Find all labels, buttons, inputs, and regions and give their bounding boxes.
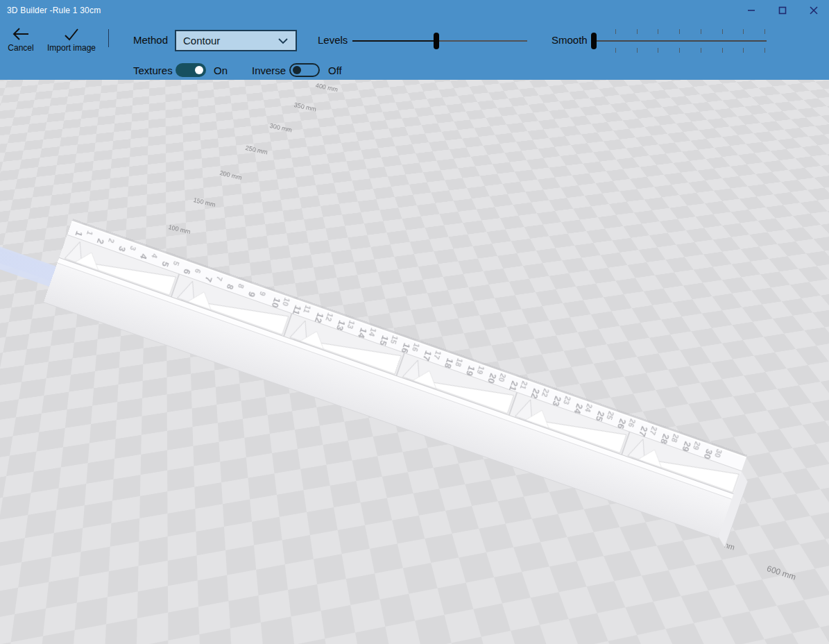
smooth-tick bbox=[658, 48, 658, 53]
import-image-button[interactable]: Import image bbox=[43, 26, 100, 53]
ruler-number: 24 bbox=[583, 402, 593, 413]
ruler-number: 20 bbox=[497, 372, 506, 382]
ruler-number: 23 bbox=[561, 395, 571, 405]
smooth-tick bbox=[658, 29, 658, 34]
toolbar: Cancel Import image Method Contour Level… bbox=[0, 21, 829, 80]
close-icon bbox=[810, 6, 818, 15]
ruler-number: 15 bbox=[388, 334, 398, 345]
ruler-number: 3 bbox=[128, 245, 137, 251]
method-dropdown[interactable]: Contour bbox=[175, 30, 297, 51]
ruler-number: 12 bbox=[324, 312, 334, 322]
ruler-number: 30 bbox=[713, 448, 723, 458]
ruler-number: 1 bbox=[74, 230, 85, 237]
inverse-state: Off bbox=[328, 65, 342, 76]
ruler-number: 7 bbox=[214, 275, 223, 281]
ruler-number: 3 bbox=[117, 245, 128, 253]
ruler-number: 18 bbox=[454, 357, 463, 367]
minimize-icon bbox=[747, 6, 755, 15]
levels-track-empty[interactable] bbox=[436, 40, 527, 42]
smooth-slider[interactable] bbox=[591, 21, 767, 61]
smooth-tick bbox=[679, 48, 680, 53]
chevron-down-icon bbox=[277, 37, 289, 44]
smooth-tick bbox=[637, 48, 638, 53]
ruler-number: 7 bbox=[203, 276, 214, 283]
smooth-slider-thumb[interactable] bbox=[591, 33, 597, 49]
maximize-icon bbox=[778, 6, 787, 15]
checkmark-icon bbox=[63, 26, 80, 42]
ruler-number: 8 bbox=[225, 283, 236, 291]
smooth-label: Smooth bbox=[552, 34, 588, 46]
ruler-number: 13 bbox=[345, 319, 355, 330]
ruler-number: 11 bbox=[302, 304, 312, 314]
ruler-number: 21 bbox=[518, 380, 528, 390]
ruler-number: 4 bbox=[139, 253, 149, 260]
ruler-number: 2 bbox=[96, 237, 106, 245]
levels-slider[interactable] bbox=[352, 21, 527, 61]
viewport-3d-canvas[interactable]: 100 mm150 mm200 mm250 mm300 mm350 mm400 … bbox=[0, 80, 829, 644]
levels-slider-thumb[interactable] bbox=[434, 33, 439, 49]
maximize-button[interactable] bbox=[767, 0, 798, 21]
smooth-tick bbox=[701, 29, 701, 34]
cancel-label: Cancel bbox=[4, 43, 37, 53]
cancel-button[interactable]: Cancel bbox=[4, 26, 37, 53]
ruler-number: 14 bbox=[367, 327, 377, 337]
inverse-toggle[interactable] bbox=[289, 63, 320, 77]
ruler-number: 8 bbox=[236, 282, 244, 289]
ruler-number: 5 bbox=[171, 260, 180, 266]
ruler-number: 1 bbox=[85, 230, 93, 236]
ruler-number: 25 bbox=[605, 410, 615, 421]
minimize-button[interactable] bbox=[735, 0, 767, 21]
ruler-number: 10 bbox=[281, 296, 291, 307]
levels-label: Levels bbox=[318, 34, 348, 46]
smooth-tick bbox=[743, 29, 744, 34]
inverse-label: Inverse bbox=[252, 65, 286, 76]
window-controls bbox=[735, 0, 829, 21]
ruler-number: 29 bbox=[691, 440, 701, 450]
import-image-label: Import image bbox=[43, 43, 100, 53]
smooth-tick bbox=[764, 29, 765, 34]
method-dropdown-value: Contour bbox=[183, 35, 277, 46]
smooth-tick bbox=[764, 48, 765, 53]
smooth-tick bbox=[615, 29, 616, 34]
smooth-tick bbox=[637, 29, 638, 34]
ruler-number: 19 bbox=[475, 364, 485, 375]
textures-toggle-knob bbox=[195, 66, 203, 74]
ruler-number: 2 bbox=[107, 237, 115, 244]
close-button[interactable] bbox=[798, 0, 829, 21]
ruler-number: 26 bbox=[626, 418, 636, 428]
method-label: Method bbox=[133, 34, 168, 46]
ruler-number: 16 bbox=[410, 342, 420, 353]
title-bar: 3D Builder -Rule 1 30cm bbox=[0, 0, 829, 21]
textures-label: Textures bbox=[133, 65, 173, 76]
ruler-number: 17 bbox=[432, 350, 442, 360]
app-window: 3D Builder -Rule 1 30cm Cancel Import bbox=[0, 0, 829, 644]
ruler-number: 6 bbox=[182, 268, 192, 276]
back-arrow-icon bbox=[12, 26, 30, 42]
smooth-tick bbox=[722, 48, 723, 53]
textures-toggle[interactable] bbox=[176, 63, 206, 77]
toolbar-divider bbox=[108, 29, 109, 47]
ruler-number: 22 bbox=[540, 387, 549, 398]
ruler-number: 9 bbox=[247, 291, 257, 298]
levels-track-filled[interactable] bbox=[352, 40, 436, 42]
smooth-tick bbox=[615, 48, 616, 53]
smooth-tick bbox=[701, 48, 701, 53]
window-title: 3D Builder -Rule 1 30cm bbox=[0, 6, 101, 15]
smooth-tick bbox=[722, 29, 723, 34]
ruler-number: 5 bbox=[160, 260, 171, 268]
ruler-number: 6 bbox=[193, 267, 201, 273]
ruler-number: 28 bbox=[669, 433, 679, 443]
smooth-track[interactable] bbox=[595, 40, 767, 42]
smooth-tick bbox=[743, 48, 744, 53]
textures-state: On bbox=[214, 65, 228, 76]
inverse-toggle-knob bbox=[293, 66, 301, 74]
ruler-number: 9 bbox=[258, 290, 266, 296]
smooth-tick bbox=[679, 29, 680, 34]
ruler-number: 27 bbox=[648, 425, 658, 436]
ruler-number: 4 bbox=[150, 253, 158, 259]
